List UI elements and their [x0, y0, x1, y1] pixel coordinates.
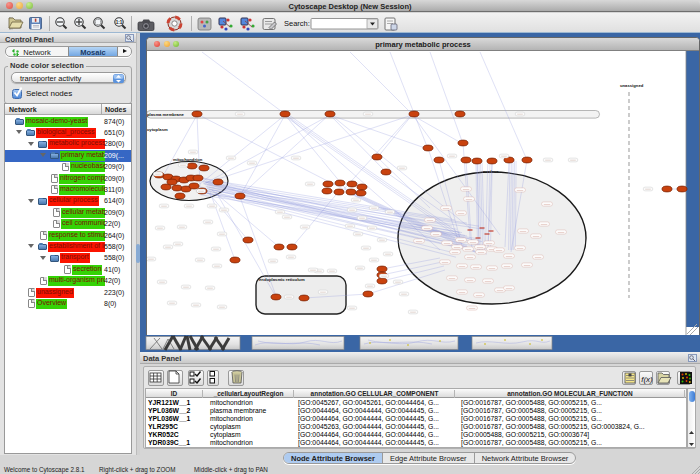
svg-text:mitochondrion: mitochondrion [173, 157, 203, 162]
svg-text:unassigned: unassigned [620, 83, 644, 88]
svg-text:1:1: 1:1 [116, 20, 123, 25]
svg-text:f(x): f(x) [641, 375, 653, 384]
svg-text:plasma membrane: plasma membrane [147, 112, 184, 117]
svg-text:Search:: Search: [284, 19, 310, 28]
svg-text:cytoplasm: cytoplasm [147, 127, 168, 132]
